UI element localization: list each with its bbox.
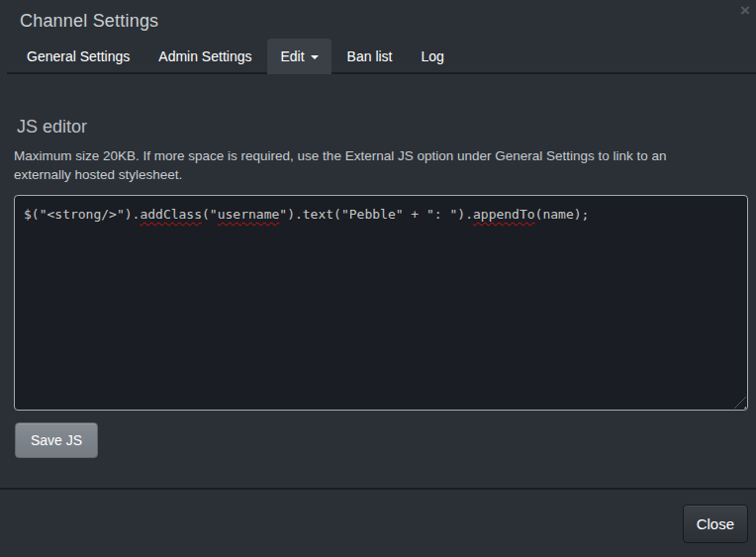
modal-body: JS editor Maximum size 20KB. If more spa… [0, 74, 756, 458]
tab-edit[interactable]: Edit [267, 39, 331, 74]
tab-ban-list[interactable]: Ban list [334, 39, 406, 74]
modal-footer: Close [0, 488, 756, 557]
caret-down-icon [311, 55, 319, 59]
modal-header: Channel Settings × [0, 0, 756, 32]
resize-handle-icon[interactable] [734, 397, 746, 409]
code-segment-misspelled: appendTo [473, 207, 535, 222]
js-editor-heading: JS editor [17, 117, 748, 138]
js-editor-textarea[interactable]: $("<strong/>").addClass("username").text… [14, 195, 748, 411]
tab-bar: General Settings Admin Settings Edit Ban… [7, 39, 756, 74]
code-segment-misspelled: username [218, 207, 280, 222]
close-icon[interactable]: × [740, 2, 750, 19]
code-segment-misspelled: addClass [140, 207, 202, 222]
code-segment: (" [202, 207, 218, 222]
js-editor-description: Maximum size 20KB. If more space is requ… [14, 146, 707, 184]
code-segment: $("<strong/>"). [24, 207, 140, 222]
save-js-button[interactable]: Save JS [15, 422, 98, 458]
modal-title: Channel Settings [20, 11, 736, 32]
tab-general-settings[interactable]: General Settings [14, 39, 142, 74]
tab-log[interactable]: Log [409, 39, 457, 74]
tab-admin-settings[interactable]: Admin Settings [145, 39, 264, 74]
close-button[interactable]: Close [683, 505, 748, 543]
code-segment: ").text("Pebble" + ": "). [279, 207, 473, 222]
tab-edit-label: Edit [280, 48, 304, 64]
code-segment: (name); [535, 207, 590, 222]
